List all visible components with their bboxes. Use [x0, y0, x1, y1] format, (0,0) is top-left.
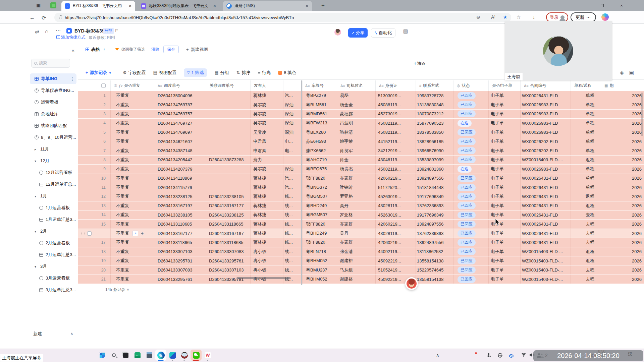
table-cell[interactable]: 粤AHC719 — [302, 156, 337, 164]
table-cell[interactable]: 电子单 — [489, 256, 521, 265]
table-cell[interactable] — [206, 137, 251, 146]
table-cell[interactable]: WX00026431-FLD — [521, 192, 571, 201]
table-cell[interactable] — [206, 146, 251, 155]
column-header[interactable] — [283, 80, 302, 91]
table-cell[interactable]: 在途 — [453, 119, 489, 127]
table-row[interactable]: 4不重复D2604134769727吴零凌深汕粤BFW213吕波明4508211… — [78, 119, 644, 128]
table-cell[interactable]: 电子单 — [489, 220, 521, 228]
table-cell[interactable]: 粤BGM507 — [302, 210, 337, 219]
table-row[interactable]: 10不重复D2604134118869蒋林捷汽...鄂FF8820齐家群4206… — [78, 174, 644, 183]
table-cell[interactable]: 返程 — [571, 247, 601, 256]
table-cell[interactable]: 电子单 — [489, 275, 521, 284]
tab-tms[interactable]: 迪舟 (TMS) ✕ — [223, 1, 312, 11]
taskbar-app-search[interactable] — [109, 351, 118, 360]
table-row[interactable]: 20不重复D2604133307083D2604133307103冉小钗线...… — [78, 265, 644, 275]
table-cell[interactable]: D2604135004096 — [154, 91, 206, 100]
table-cell[interactable]: 2026 — [601, 91, 644, 100]
assistant-floating-button[interactable] — [405, 277, 418, 290]
table-cell[interactable]: 已回应 — [453, 183, 489, 192]
sort-button[interactable]: ⇅排序 — [236, 70, 251, 76]
column-header[interactable] — [78, 80, 111, 91]
table-cell[interactable]: 线... — [283, 265, 302, 274]
sidebar-item[interactable]: 8、9、10月运营... — [30, 132, 76, 143]
table-cell[interactable]: 鄂FF8820 — [302, 220, 337, 228]
chevron-right-icon[interactable]: ▸ — [35, 147, 38, 151]
table-cell[interactable]: 已回应 — [453, 100, 489, 109]
table-cell[interactable]: 谢建裕 — [337, 256, 376, 265]
expand-grid-icon[interactable]: ▣ — [629, 70, 634, 76]
table-cell[interactable]: 电子单 — [489, 238, 521, 247]
table-cell[interactable]: 冉小钗 — [251, 275, 283, 284]
table-cell[interactable]: 不重复 — [111, 137, 154, 146]
table-cell[interactable]: D2604133167177 — [154, 229, 206, 238]
table-row[interactable]: 7不重复D2604134387148申君凤电...豫PX6662肖良军34212… — [78, 146, 644, 155]
tray-expand-icon[interactable]: ∧ — [436, 353, 439, 358]
table-cell[interactable]: 线... — [283, 256, 302, 265]
table-cell[interactable]: 线... — [283, 229, 302, 238]
table-cell[interactable]: WX00026983-FLD — [521, 100, 571, 109]
table-cell[interactable] — [206, 174, 251, 183]
table-cell[interactable]: 已回应 — [453, 229, 489, 238]
table-cell[interactable]: 粤BLM561 — [302, 100, 337, 109]
table-cell[interactable]: 不重复 — [111, 119, 154, 127]
sidebar-item[interactable]: 1月运单汇总3... — [30, 214, 76, 225]
table-cell[interactable]: 电子单 — [489, 156, 521, 164]
close-tab-icon[interactable]: ✕ — [128, 4, 132, 8]
table-cell[interactable]: D2604133238105 — [206, 192, 251, 201]
tab-feishu-form[interactable]: 标段38&39问题收集表 - 飞书云文 ✕ — [138, 1, 220, 11]
table-cell[interactable]: 13762336893 — [416, 229, 453, 238]
table-cell[interactable]: 返程 — [571, 192, 601, 201]
table-cell[interactable]: 13828956185 — [416, 137, 453, 146]
table-cell[interactable]: 13 — [78, 201, 111, 210]
sidebar-item[interactable]: 运营看板 — [30, 97, 76, 108]
table-cell[interactable]: 13966576990 — [416, 146, 453, 155]
table-cell[interactable]: 齐家群 — [337, 238, 376, 247]
view-tab-table[interactable]: 表格 ⋮ — [86, 47, 106, 53]
table-cell[interactable]: 45088119... — [376, 100, 416, 109]
table-cell[interactable]: 44092119... — [376, 247, 416, 256]
table-cell[interactable]: WZ00015403-FLD-... — [521, 275, 571, 284]
frozen-column-divider[interactable] — [301, 80, 302, 285]
sidebar-item[interactable]: 3月运营看板 — [30, 273, 76, 284]
table-cell[interactable]: 45263019... — [376, 210, 416, 219]
column-header[interactable]: #联系方式 — [416, 80, 453, 91]
new-view-button[interactable]: +新建视图 — [186, 47, 208, 53]
column-header[interactable]: 关联调度单号 — [206, 80, 251, 91]
taskbar-app-store[interactable] — [133, 351, 142, 360]
table-cell[interactable]: 粤BGM507 — [302, 192, 337, 201]
table-cell[interactable]: 蒋林捷 — [251, 174, 283, 183]
view-config-button[interactable]: ▤视图配置 — [153, 70, 176, 76]
table-cell[interactable]: 不重复 — [111, 183, 154, 192]
table-cell[interactable]: 2 — [78, 100, 111, 109]
table-cell[interactable]: 肖良军 — [337, 146, 376, 155]
table-cell[interactable]: 电子单 — [489, 128, 521, 137]
table-cell[interactable]: D2604133238105 — [154, 210, 206, 219]
table-cell[interactable]: 吴零凌 — [251, 128, 283, 137]
table-cell[interactable]: D2604133238125 — [206, 210, 251, 219]
close-tab-icon[interactable]: ✕ — [213, 4, 216, 8]
table-cell[interactable]: 苏E6H593 — [302, 137, 337, 146]
table-cell[interactable] — [206, 100, 251, 109]
tray-iflytek-icon[interactable]: iFLY — [509, 353, 514, 358]
table-cell[interactable]: 51172520... — [376, 183, 416, 192]
table-cell[interactable]: 2026 — [601, 183, 644, 192]
table-cell[interactable]: 不重复 — [111, 265, 154, 274]
chevron-down-icon[interactable]: ∨ — [127, 288, 129, 291]
magic-icon[interactable]: ◈ — [620, 70, 624, 76]
table-row[interactable]: ⋮⋮不重复↗+D2604133167177D2604133167197蒋林捷线.… — [78, 229, 644, 238]
table-cell[interactable]: 蒋林捷 — [251, 192, 283, 201]
table-row[interactable]: 12不重复D2604133238125D2604133238105蒋林捷线...… — [78, 192, 644, 201]
table-cell[interactable]: 蒋林捷 — [251, 229, 283, 238]
table-cell[interactable]: WX00026431-FLD — [521, 201, 571, 210]
table-cell[interactable]: 已回应 — [453, 137, 489, 146]
address-bar[interactable]: https://hcnz2lvicj70.feishu.cn/base/I0HQ… — [54, 13, 511, 22]
table-cell[interactable]: 杨贵杰 — [337, 165, 376, 173]
favorite-star-icon[interactable]: ★ — [503, 14, 507, 20]
taskbar-app-widgets[interactable] — [121, 351, 130, 360]
table-cell[interactable]: 深汕 — [283, 165, 302, 173]
table-cell[interactable]: WX00026431-FLD — [521, 174, 571, 183]
close-tab-icon[interactable]: ✕ — [305, 4, 309, 8]
table-cell[interactable]: 2026 — [601, 128, 644, 137]
table-cell[interactable]: 粤BFW213 — [302, 119, 337, 127]
table-cell[interactable]: 深汕 — [283, 110, 302, 118]
